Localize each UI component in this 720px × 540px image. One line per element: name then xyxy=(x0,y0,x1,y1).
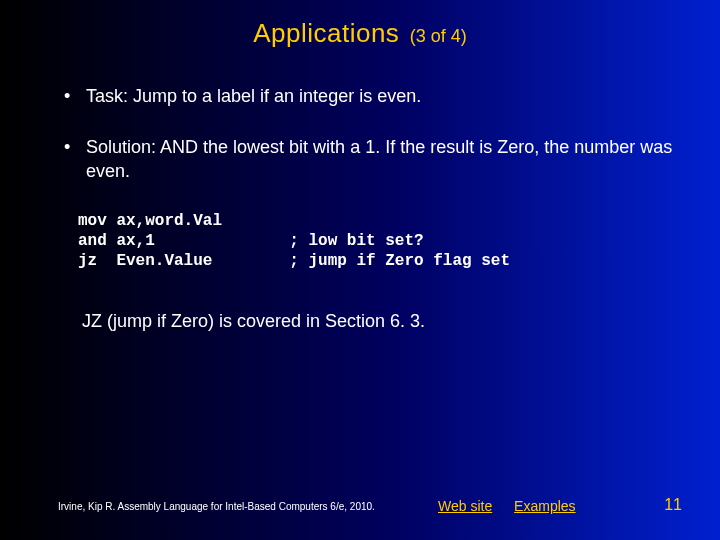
website-link[interactable]: Web site xyxy=(438,498,492,514)
title-main: Applications xyxy=(253,18,399,48)
slide-body: Task: Jump to a label if an integer is e… xyxy=(58,85,680,332)
examples-link[interactable]: Examples xyxy=(514,498,575,514)
title-sub: (3 of 4) xyxy=(410,26,467,46)
page-number: 11 xyxy=(664,496,682,514)
footer-links: Web site Examples xyxy=(438,498,594,514)
slide: Applications (3 of 4) Task: Jump to a la… xyxy=(0,0,720,540)
note-text: JZ (jump if Zero) is covered in Section … xyxy=(82,311,680,332)
slide-title: Applications (3 of 4) xyxy=(0,18,720,49)
bullet-item: Solution: AND the lowest bit with a 1. I… xyxy=(58,136,680,183)
bullet-list: Task: Jump to a label if an integer is e… xyxy=(58,85,680,183)
bullet-item: Task: Jump to a label if an integer is e… xyxy=(58,85,680,108)
code-block: mov ax,word.Val and ax,1 ; low bit set? … xyxy=(78,211,680,271)
footer-credit: Irvine, Kip R. Assembly Language for Int… xyxy=(58,501,375,512)
